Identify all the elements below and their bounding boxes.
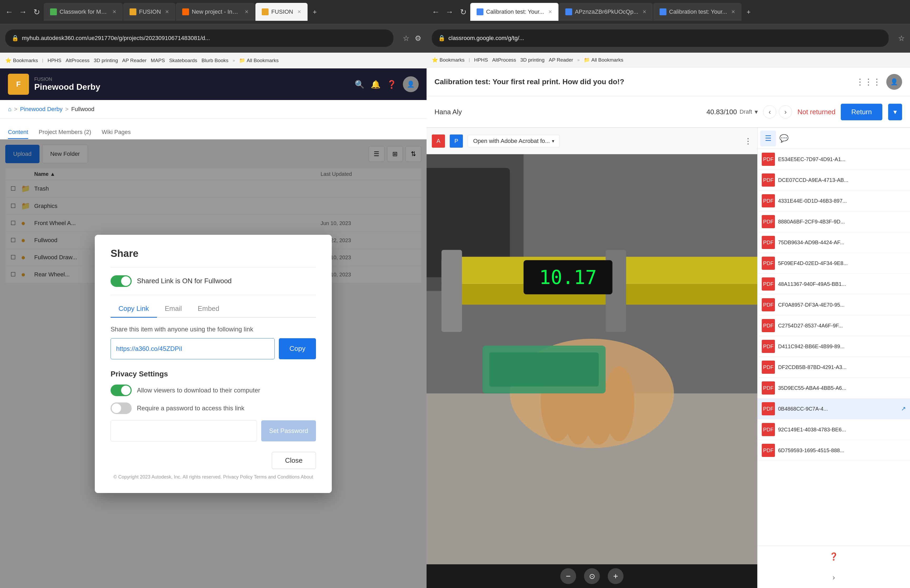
tab-wiki[interactable]: Wiki Pages (102, 129, 131, 139)
tab-classwork[interactable]: Classwork for MAPS Engi... ✕ (44, 3, 123, 21)
open-with-button[interactable]: Open with Adobe Acrobat fo... ▾ (468, 135, 560, 147)
new-tab-button[interactable]: + (308, 5, 321, 18)
right-bm-allbookmarks[interactable]: 📁 All Bookmarks (584, 57, 623, 63)
gc-expand-icon[interactable]: › (758, 567, 910, 588)
bc-pinewood[interactable]: Pinewood Derby (20, 106, 62, 113)
list-item[interactable]: PDF E534E5EC-7D97-4D91-A1... (758, 149, 910, 170)
alert-icon[interactable]: 🔔 (371, 80, 380, 89)
bm-allbookmarks[interactable]: 📁 All Bookmarks (239, 57, 279, 63)
gc-return-button[interactable]: Return (841, 104, 883, 120)
list-item[interactable]: PDF 8880A6BF-2CF9-4B3F-9D... (758, 212, 910, 232)
download-toggle[interactable] (111, 384, 132, 396)
list-item[interactable]: PDF DCE07CCD-A9EA-4713-AB... (758, 170, 910, 191)
shared-link-toggle[interactable] (111, 275, 132, 287)
right-tab-1[interactable]: APznzaZBr6PkUOcQp... ✕ (559, 3, 653, 21)
gc-grid-icon[interactable]: ⋮⋮⋮ (856, 77, 881, 87)
list-item[interactable]: PDF CF0A8957-DF3A-4E70-95... (758, 294, 910, 315)
gc-grade-dropdown[interactable]: ▾ (755, 108, 758, 116)
gc-user-avatar[interactable]: 👤 (886, 74, 902, 90)
tab-close-classwork[interactable]: ✕ (112, 9, 116, 15)
password-toggle[interactable] (111, 402, 132, 414)
share-modal: Share Shared Link is ON for Fullwood Cop… (95, 235, 332, 493)
search-icon[interactable]: 🔍 (355, 80, 364, 89)
bm-blurbbooks[interactable]: Blurb Books (201, 58, 228, 63)
open-with-dropdown[interactable]: ▾ (552, 138, 554, 144)
gc-return-dropdown-button[interactable]: ▾ (888, 104, 902, 120)
gc-next-student[interactable]: › (779, 105, 792, 118)
tab-fusion1[interactable]: FUSION ✕ (123, 3, 175, 21)
right-tab-close-1[interactable]: ✕ (642, 9, 647, 15)
bm-maps[interactable]: MAPS (151, 58, 165, 63)
bm-skateboards[interactable]: Skateboards (169, 58, 197, 63)
bm-altprocess[interactable]: AltProcess (66, 58, 89, 63)
right-tab-0[interactable]: Calibration test: Your... ✕ (470, 3, 558, 21)
address-input[interactable]: 🔒 myhub.autodesk360.com/ue291770e/g/proj… (5, 29, 393, 47)
right-bm-apreader[interactable]: AP Reader (549, 57, 573, 63)
tab-close-fusion-active[interactable]: ✕ (297, 9, 301, 15)
refresh-button[interactable]: ↻ (30, 5, 43, 18)
right-bm-altprocess[interactable]: AltProcess (492, 57, 516, 63)
zoom-fit-button[interactable]: ⊙ (584, 568, 600, 584)
pdf-image-area: 10.17 (427, 154, 757, 564)
list-item[interactable]: PDF 0B4868CC-9C7A-4... ↗ (758, 399, 910, 419)
list-item[interactable]: PDF 6D759593-1695-4515-888... (758, 440, 910, 461)
right-bm-hphs[interactable]: HPHS (474, 57, 488, 63)
right-tab-2[interactable]: Calibration test: Your... ✕ (653, 3, 742, 21)
user-avatar[interactable]: 👤 (403, 76, 419, 92)
bc-home[interactable]: ⌂ (8, 106, 11, 113)
right-forward-button[interactable]: → (443, 5, 456, 18)
right-tab-close-2[interactable]: ✕ (731, 9, 735, 15)
forward-button[interactable]: → (16, 5, 29, 18)
help-icon[interactable]: ❓ (387, 80, 396, 89)
zoom-in-button[interactable]: + (608, 568, 624, 584)
gc-help-icon[interactable]: ❓ (758, 546, 910, 567)
right-tab-close-0[interactable]: ✕ (548, 9, 552, 15)
modal-tab-copylink[interactable]: Copy Link (111, 300, 157, 318)
bm-hphs[interactable]: HPHS (47, 58, 61, 63)
external-link-icon[interactable]: ↗ (901, 405, 906, 412)
star-icon[interactable]: ☆ (403, 34, 409, 43)
list-item[interactable]: PDF 75DB9634-AD9B-4424-AF... (758, 232, 910, 253)
right-new-tab-button[interactable]: + (742, 5, 755, 18)
file-pdf-icon: PDF (762, 319, 775, 332)
password-input[interactable] (111, 420, 257, 441)
modal-tab-embed[interactable]: Embed (190, 300, 227, 318)
right-refresh-button[interactable]: ↻ (457, 5, 470, 18)
close-button[interactable]: Close (272, 452, 316, 469)
set-password-button[interactable]: Set Password (261, 420, 316, 441)
list-item[interactable]: PDF 4331E44E-0D1D-46B3-897... (758, 191, 910, 212)
tab-fusion-active[interactable]: FUSION ✕ (255, 3, 307, 21)
list-item[interactable]: PDF 92C149E1-4038-4783-BE6... (758, 419, 910, 440)
link-input[interactable] (111, 338, 275, 359)
list-item[interactable]: PDF D411C942-BB6E-4B99-89... (758, 336, 910, 357)
tab-members[interactable]: Project Members (2) (39, 129, 91, 139)
right-bm-bookmarks[interactable]: ⭐ Bookmarks (432, 57, 464, 63)
tab-content[interactable]: Content (8, 129, 28, 139)
bm-3dprinting[interactable]: 3D printing (94, 58, 118, 63)
gc-not-returned-label: Not returned (797, 108, 836, 116)
sidebar-comment-icon[interactable]: 💬 (776, 131, 792, 146)
list-item[interactable]: PDF 5F09EF4D-02ED-4F34-9E8... (758, 253, 910, 274)
right-star-icon[interactable]: ☆ (898, 34, 905, 43)
bm-apreader[interactable]: AP Reader (122, 58, 147, 63)
sidebar-list-icon[interactable]: ☰ (760, 131, 776, 146)
pdf-more-options[interactable]: ⋮ (744, 136, 752, 145)
gc-prev-student[interactable]: ‹ (763, 105, 776, 118)
extension-icon[interactable]: ⚙ (415, 34, 421, 43)
tab-instructables[interactable]: New project - Instructables ✕ (176, 3, 255, 21)
tab-close-instructables[interactable]: ✕ (245, 9, 249, 15)
right-back-button[interactable]: ← (429, 5, 442, 18)
back-button[interactable]: ← (3, 5, 16, 18)
list-item[interactable]: PDF 35D9EC55-ABA4-4BB5-A6... (758, 378, 910, 399)
right-bm-3dprinting[interactable]: 3D printing (520, 57, 545, 63)
file-item-name: E534E5EC-7D97-4D91-A1... (778, 156, 845, 162)
list-item[interactable]: PDF C2754D27-8537-4A6F-9F... (758, 315, 910, 336)
zoom-out-button[interactable]: − (560, 568, 576, 584)
copy-button[interactable]: Copy (279, 338, 316, 359)
list-item[interactable]: PDF 48A11367-940F-49A5-BB1... (758, 274, 910, 294)
bm-bookmarks[interactable]: ⭐ Bookmarks (5, 57, 38, 63)
tab-close-fusion1[interactable]: ✕ (165, 9, 169, 15)
list-item[interactable]: PDF DF2CDB5B-87BD-4291-A3... (758, 357, 910, 378)
modal-tab-email[interactable]: Email (157, 300, 190, 318)
right-address-input[interactable]: 🔒 classroom.google.com/g/tg/... (432, 29, 889, 47)
